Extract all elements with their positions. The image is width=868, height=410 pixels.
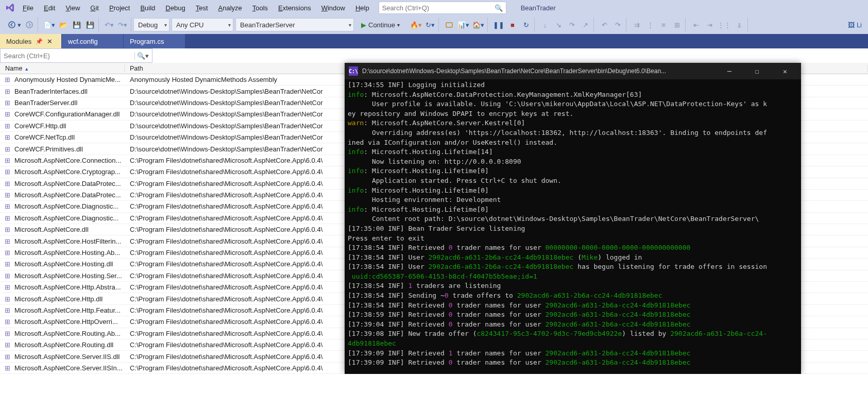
config-combo[interactable]: Debug xyxy=(133,18,169,31)
sort-asc-icon: ▲ xyxy=(24,66,29,72)
hot-reload-button[interactable]: 🔥▾ xyxy=(409,19,423,31)
restart-button[interactable]: ↻▾ xyxy=(424,19,436,31)
tab-modules[interactable]: Modules📌✕ xyxy=(0,34,62,48)
step-back-button[interactable]: ↶ xyxy=(598,19,610,31)
pin-icon[interactable]: 📌 xyxy=(36,38,43,45)
module-icon: ⊞ xyxy=(0,191,14,199)
modules-search-input[interactable] xyxy=(4,52,134,60)
menu-help[interactable]: Help xyxy=(350,2,375,14)
module-name: Microsoft.AspNetCore.Http.Featur... xyxy=(14,306,125,314)
menu-test[interactable]: Test xyxy=(191,2,213,14)
module-name: Microsoft.AspNetCore.HttpOverri... xyxy=(14,318,125,326)
tab-label: Program.cs xyxy=(130,38,164,45)
step-into-button[interactable]: ↘ xyxy=(552,19,565,31)
tab-program-cs[interactable]: Program.cs xyxy=(124,34,185,48)
indent-more-button[interactable]: ⇥ xyxy=(703,19,716,31)
module-name: Microsoft.AspNetCore.dll xyxy=(14,226,125,233)
find-in-files-button[interactable]: 🏠▾ xyxy=(471,19,485,31)
module-name: Microsoft.AspNetCore.Hosting.Ser... xyxy=(14,272,125,280)
menu-git[interactable]: Git xyxy=(85,2,104,14)
module-name: Microsoft.AspNetCore.Routing.dll xyxy=(14,341,125,349)
menu-view[interactable]: View xyxy=(60,2,85,14)
global-search-input[interactable] xyxy=(382,4,495,12)
modules-search[interactable]: 🔍▾ xyxy=(0,48,152,63)
module-icon: ⊞ xyxy=(0,283,14,291)
restart-debug-button[interactable]: ↻ xyxy=(520,19,532,31)
step-over-button[interactable]: ↷ xyxy=(566,19,578,31)
minimize-button[interactable]: ─ xyxy=(718,63,741,79)
save-button[interactable]: 💾 xyxy=(71,19,83,31)
uncomment-button[interactable]: ⫫ xyxy=(733,19,745,31)
comment-button[interactable]: ⋮⋮ xyxy=(717,19,732,31)
break-all-button[interactable]: ❚❚ xyxy=(492,19,505,31)
save-all-button[interactable]: 💾 xyxy=(84,19,96,31)
console-titlebar[interactable]: C:\ D:\source\dotnet\Windows-Desktop\Sam… xyxy=(345,63,801,79)
vs-logo-icon xyxy=(3,1,18,15)
menu-project[interactable]: Project xyxy=(104,2,135,14)
module-name: Microsoft.AspNetCore.Http.Abstra... xyxy=(14,283,125,291)
console-output[interactable]: [17:34:55 INF] Logging initializedinfo: … xyxy=(345,79,801,374)
step-fwd-button[interactable]: ↷ xyxy=(611,19,624,31)
tab-wcf-config[interactable]: wcf.config xyxy=(62,34,124,48)
module-icon: ⊞ xyxy=(0,249,14,257)
module-name: Microsoft.AspNetCore.Server.IIS.dll xyxy=(14,353,125,361)
module-name: Microsoft.AspNetCore.DataProtec... xyxy=(14,191,125,199)
app-insights-button[interactable]: 📊▾ xyxy=(456,19,470,31)
module-name: Anonymously Hosted DynamicMe... xyxy=(14,76,125,83)
step-out-button[interactable]: ↗ xyxy=(579,19,591,31)
module-icon: ⊞ xyxy=(0,180,14,187)
redo-button[interactable]: ↷▾ xyxy=(116,19,129,31)
menu-debug[interactable]: Debug xyxy=(160,2,190,14)
browser-link-button[interactable] xyxy=(443,19,455,31)
menu-tools[interactable]: Tools xyxy=(247,2,273,14)
nav-fwd-button[interactable] xyxy=(23,19,36,31)
close-button[interactable]: ✕ xyxy=(773,63,797,79)
tab-label: Modules xyxy=(6,38,31,45)
module-name: Microsoft.AspNetCore.DataProtec... xyxy=(14,180,125,187)
continue-button[interactable]: ▶ Continue ▾ xyxy=(358,19,403,31)
module-icon: ⊞ xyxy=(0,237,14,245)
module-name: Microsoft.AspNetCore.Cryptograp... xyxy=(14,168,125,176)
open-button[interactable]: 📂 xyxy=(57,19,70,31)
new-item-button[interactable]: 📄▾ xyxy=(42,19,56,31)
global-search[interactable]: 🔍 xyxy=(379,2,506,14)
col-name[interactable]: Name▲ xyxy=(0,65,125,72)
module-icon: ⊞ xyxy=(0,364,14,372)
module-icon: ⊞ xyxy=(0,341,14,349)
menu-analyze[interactable]: Analyze xyxy=(213,2,247,14)
module-icon: ⊞ xyxy=(0,353,14,361)
misc2-button[interactable]: ⋮ xyxy=(644,19,656,31)
menu-build[interactable]: Build xyxy=(135,2,160,14)
module-icon: ⊞ xyxy=(0,168,14,176)
show-next-button[interactable]: ↓ xyxy=(539,19,551,31)
module-icon: ⊞ xyxy=(0,226,14,233)
module-icon: ⊞ xyxy=(0,157,14,164)
undo-button[interactable]: ↶▾ xyxy=(103,19,115,31)
module-icon: ⊞ xyxy=(0,88,14,95)
nav-back-button[interactable]: ▾ xyxy=(7,19,22,31)
module-name: Microsoft.AspNetCore.Hosting.dll xyxy=(14,260,125,268)
indent-less-button[interactable]: ⇤ xyxy=(690,19,702,31)
module-icon: ⊞ xyxy=(0,133,14,141)
misc3-button[interactable]: ≡ xyxy=(657,19,670,31)
module-name: CoreWCF.NetTcp.dll xyxy=(14,133,125,141)
search-icon: 🔍 xyxy=(495,4,503,12)
module-icon: ⊞ xyxy=(0,122,14,130)
menu-edit[interactable]: Edit xyxy=(39,2,60,14)
solution-name: BeanTrader xyxy=(521,4,556,12)
live-share-button[interactable]: 🖾 Li xyxy=(847,19,863,31)
menu-extensions[interactable]: Extensions xyxy=(273,2,316,14)
startup-project-combo[interactable]: BeanTraderServer xyxy=(235,18,354,31)
menu-file[interactable]: File xyxy=(18,2,39,14)
close-icon[interactable]: ✕ xyxy=(47,38,53,45)
module-icon: ⊞ xyxy=(0,272,14,280)
module-icon: ⊞ xyxy=(0,295,14,303)
console-icon: C:\ xyxy=(349,66,358,76)
misc4-button[interactable]: ⊞ xyxy=(671,19,683,31)
toolbar: ▾ 📄▾ 📂 💾 💾 ↶▾ ↷▾ Debug Any CPU BeanTrade… xyxy=(0,15,868,34)
platform-combo[interactable]: Any CPU xyxy=(172,18,233,31)
stop-debug-button[interactable]: ■ xyxy=(506,19,519,31)
maximize-button[interactable]: ☐ xyxy=(745,63,769,79)
misc1-button[interactable]: ⇉ xyxy=(631,19,643,31)
menu-window[interactable]: Window xyxy=(316,2,350,14)
